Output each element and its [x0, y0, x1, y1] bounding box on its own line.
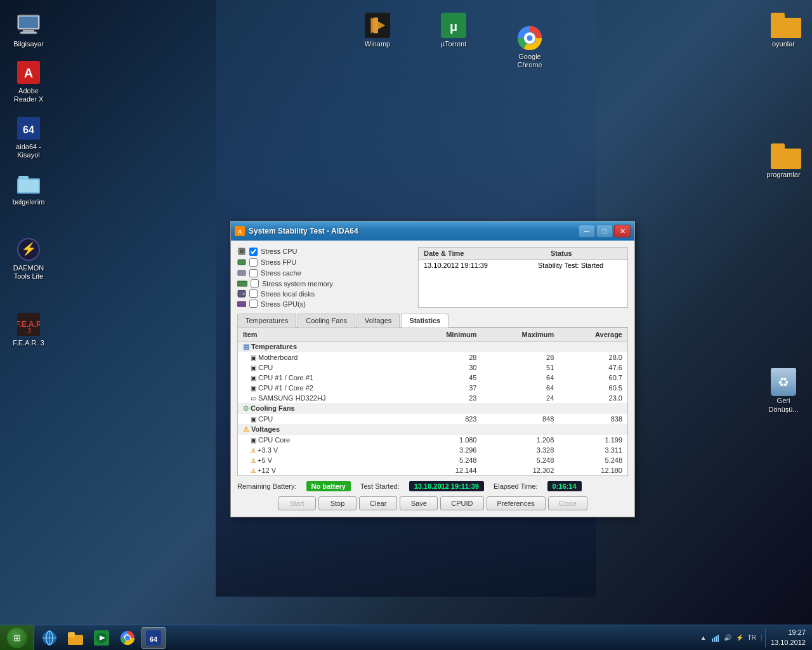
- svg-rect-10: [18, 180, 39, 192]
- clock-time: 19:27: [771, 628, 806, 637]
- taskbar-ie[interactable]: [37, 627, 62, 649]
- stress-options-section: Stress CPU Stress FPU Stress cache Stres…: [237, 247, 628, 308]
- avg-cpu-temp: 47.6: [559, 362, 627, 373]
- svg-rect-34: [244, 281, 245, 282]
- section-cooling-label: ⊙ Cooling Fans: [238, 403, 627, 414]
- desktop-icon-daemon[interactable]: ⚡ DAEMONTools Lite: [6, 237, 51, 281]
- save-button[interactable]: Save: [400, 496, 438, 510]
- tray-power[interactable]: ⚡: [735, 633, 745, 643]
- window-titlebar[interactable]: A System Stability Test - AIDA64 ─ □ ✕: [231, 222, 634, 241]
- maximize-button[interactable]: □: [596, 225, 613, 237]
- aida64-icon: 64: [16, 116, 41, 141]
- section-voltages-label: ⚠ Voltages: [238, 424, 627, 435]
- status-header: Date & Time Status: [419, 248, 627, 260]
- close-window-button[interactable]: ✕: [614, 225, 631, 237]
- svg-rect-30: [238, 270, 246, 275]
- window-controls: ─ □ ✕: [579, 225, 631, 237]
- tab-voltages[interactable]: Voltages: [357, 314, 400, 328]
- max-3v3: 3.328: [481, 445, 559, 455]
- item-cpu-fan: ▣ CPU: [238, 414, 407, 424]
- bilgisayar-label: Bilgisayar: [13, 40, 44, 48]
- stress-cpu-checkbox[interactable]: [249, 248, 258, 256]
- test-started-label: Test Started:: [360, 482, 400, 490]
- min-3v3: 3.296: [407, 445, 481, 455]
- row-12v: ⚠ +12 V 12.144 12.302 12.180: [238, 465, 627, 475]
- stop-button[interactable]: Stop: [318, 496, 357, 510]
- stress-disks-label: Stress local disks: [261, 290, 315, 298]
- svg-point-49: [125, 635, 130, 640]
- stress-memory-checkbox[interactable]: [251, 279, 259, 288]
- clear-button[interactable]: Clear: [359, 496, 397, 510]
- tab-statistics[interactable]: Statistics: [401, 314, 449, 328]
- chrome-icon: [517, 25, 542, 51]
- desktop-icon-recycle[interactable]: ♻ GeriDönüşü...: [761, 369, 806, 413]
- stats-table-container: Item Minimum Maximum Average ▤ Temperatu…: [237, 328, 628, 476]
- section-temperatures: ▤ Temperatures: [238, 342, 627, 353]
- stress-checkboxes: Stress CPU Stress FPU Stress cache Stres…: [237, 247, 415, 308]
- stress-gpu-label: Stress GPU(s): [261, 300, 306, 308]
- belgelerim-label: belgelerim: [13, 198, 45, 206]
- min-cpu-temp: 30: [407, 362, 481, 373]
- desktop-icon-bilgisayar[interactable]: Bilgisayar: [6, 13, 51, 48]
- elapsed-label: Elapsed Time:: [494, 482, 538, 490]
- stress-disks-checkbox[interactable]: [249, 289, 258, 298]
- tab-temperatures[interactable]: Temperatures: [237, 314, 296, 328]
- min-core1: 45: [407, 373, 481, 383]
- window-icon: A: [235, 226, 245, 236]
- tray-arrow[interactable]: ▲: [698, 633, 709, 643]
- desktop-icon-fear3[interactable]: F.E.A.R .3 F.E.A.R. 3: [6, 312, 51, 347]
- desktop-icon-programlar[interactable]: programlar: [761, 143, 806, 179]
- stress-gpu-checkbox[interactable]: [249, 300, 258, 308]
- svg-rect-3: [20, 32, 37, 34]
- max-core1: 64: [481, 373, 559, 383]
- row-3v3: ⚠ +3.3 V 3.296 3.328 3.311: [238, 445, 627, 455]
- section-temperatures-label: ▤ Temperatures: [238, 342, 627, 353]
- desktop-icon-utorrent[interactable]: µ µTorrent: [431, 13, 476, 69]
- min-12v: 12.144: [407, 465, 481, 475]
- col-minimum: Minimum: [407, 328, 481, 342]
- daemon-label: DAEMONTools Lite: [13, 264, 44, 281]
- svg-text:64: 64: [23, 124, 34, 135]
- cpuid-button[interactable]: CPUID: [440, 496, 483, 510]
- desktop-icon-belgelerim[interactable]: belgelerim: [6, 171, 51, 206]
- col-average: Average: [559, 328, 627, 342]
- stress-cache-checkbox[interactable]: [249, 269, 258, 277]
- desktop-icon-adobe[interactable]: A AdobeReader X: [6, 60, 51, 103]
- taskbar-media[interactable]: [89, 627, 114, 649]
- tray-network[interactable]: [710, 633, 721, 643]
- min-cpu-core: 1.080: [407, 435, 481, 445]
- taskbar-chrome[interactable]: [115, 627, 140, 649]
- svg-text:A: A: [24, 66, 33, 80]
- minimize-button[interactable]: ─: [579, 225, 595, 237]
- item-12v: ⚠ +12 V: [238, 465, 407, 475]
- svg-rect-43: [68, 632, 75, 637]
- programlar-label: programlar: [766, 171, 800, 179]
- start-menu-button[interactable]: ⊞: [0, 625, 34, 651]
- taskbar-aida64[interactable]: 64: [141, 627, 166, 649]
- section-cooling-fans: ⊙ Cooling Fans: [238, 403, 627, 414]
- svg-text:µ: µ: [450, 19, 457, 34]
- sys-tray: ▲ 🔊 ⚡: [698, 633, 745, 643]
- start-button[interactable]: Start: [278, 496, 316, 510]
- item-motherboard: ▣ Motherboard: [238, 352, 407, 362]
- desktop-icon-aida64[interactable]: 64 aida64 -Kisayol: [6, 116, 51, 159]
- preferences-button[interactable]: Preferences: [487, 496, 546, 510]
- adobe-icon: A: [16, 60, 41, 85]
- close-button[interactable]: Close: [548, 496, 587, 510]
- fear3-icon: F.E.A.R .3: [16, 312, 41, 337]
- taskbar-folder[interactable]: [63, 627, 88, 649]
- tab-cooling-fans[interactable]: Cooling Fans: [298, 314, 355, 328]
- desktop-icon-chrome[interactable]: GoogleChrome: [508, 25, 552, 69]
- taskbar-right: ▲ 🔊 ⚡ TR 19:27 13.10.2012: [692, 628, 812, 647]
- stress-cpu-item: Stress CPU: [237, 247, 415, 256]
- tray-volume[interactable]: 🔊: [723, 633, 733, 643]
- desktop-icon-oyunlar[interactable]: oyunlar: [761, 13, 806, 48]
- avg-cpu-core: 1.199: [559, 435, 627, 445]
- stress-fpu-checkbox[interactable]: [249, 258, 258, 267]
- desktop-icon-winamp[interactable]: Winamp: [355, 13, 400, 69]
- aida64-window: A System Stability Test - AIDA64 ─ □ ✕ S…: [230, 221, 635, 517]
- status-panel: Date & Time Status 13.10.2012 19:11:39 S…: [418, 247, 628, 308]
- svg-text:⚡: ⚡: [21, 241, 37, 256]
- avg-cpu-fan: 838: [559, 414, 627, 424]
- bottom-buttons: Start Stop Clear Save CPUID Preferences …: [237, 496, 628, 510]
